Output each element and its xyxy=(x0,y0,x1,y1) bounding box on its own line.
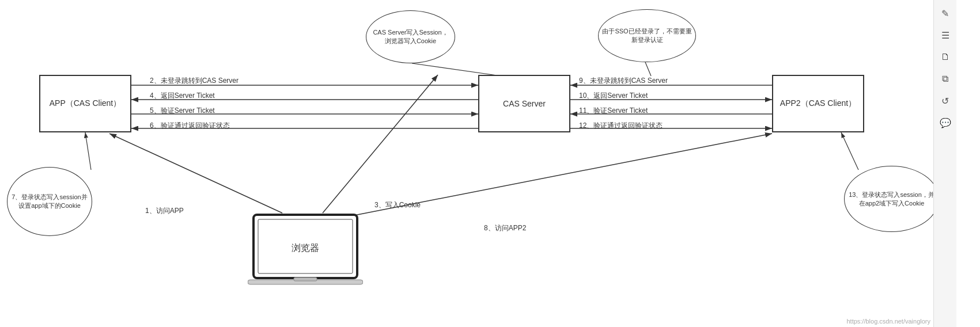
history-icon[interactable]: ↺ xyxy=(938,93,953,108)
page-icon[interactable]: 🗋 xyxy=(938,50,953,64)
browser-icon: 浏览器 xyxy=(248,212,363,287)
cas-box: CAS Server xyxy=(478,75,570,132)
app-box: APP（CAS Client） xyxy=(39,75,131,132)
arrow-label-11: 11、验证Server Ticket xyxy=(579,106,648,116)
browser-box: 浏览器 xyxy=(242,212,369,304)
edit-icon[interactable]: ✎ xyxy=(938,6,953,21)
arrow-label-2: 2、未登录跳转到CAS Server xyxy=(150,76,239,86)
app2-bubble-text: 13、登录状态写入session，并在app2域下写入Cookie xyxy=(848,191,935,208)
arrows-svg xyxy=(0,0,956,327)
diagram-container: APP（CAS Client） CAS Server APP2（CAS Clie… xyxy=(0,0,956,327)
copy-icon[interactable]: ⧉ xyxy=(938,71,953,86)
svg-text:浏览器: 浏览器 xyxy=(292,243,319,253)
arrow-label-5: 5、验证Server Ticket xyxy=(150,106,215,116)
svg-line-11 xyxy=(645,62,651,76)
app2-bubble: 13、登录状态写入session，并在app2域下写入Cookie xyxy=(844,166,939,232)
sidebar: ✎ ☰ 🗋 ⧉ ↺ 💬 xyxy=(933,0,956,327)
arrow-label-9: 9、未登录跳转到CAS Server xyxy=(579,76,668,86)
arrow-label-10: 10、返回Server Ticket xyxy=(579,91,648,101)
sso-bubble: 由于SSO已经登录了，不需要重新登录认证 xyxy=(598,9,696,62)
sso-bubble-text: 由于SSO已经登录了，不需要重新登录认证 xyxy=(602,27,692,44)
url-bar: https://blog.csdn.net/vainglory xyxy=(846,318,930,325)
arrow-label-8: 8、访问APP2 xyxy=(484,223,526,233)
svg-rect-21 xyxy=(294,277,317,281)
app-label: APP（CAS Client） xyxy=(50,98,121,109)
cas-bubble: CAS Server写入Session，浏览器写入Cookie xyxy=(366,10,455,63)
cas-label: CAS Server xyxy=(503,99,546,108)
comment-icon[interactable]: 💬 xyxy=(938,115,953,130)
svg-line-16 xyxy=(841,132,858,170)
svg-line-15 xyxy=(85,132,91,170)
app2-box: APP2（CAS Client） xyxy=(772,75,864,132)
arrow-label-12: 12、验证通过返回验证状态 xyxy=(579,121,663,131)
cas-bubble-text: CAS Server写入Session，浏览器写入Cookie xyxy=(370,28,451,45)
svg-line-12 xyxy=(109,134,282,213)
arrow-label-1: 1、访问APP xyxy=(145,206,184,216)
arrow-label-3: 3、写入Cookie xyxy=(374,200,421,210)
arrow-label-6: 6、验证通过返回验证状态 xyxy=(150,121,230,131)
app-bubble-text: 7、登录状态写入session并设置app域下的Cookie xyxy=(11,193,88,210)
app2-label: APP2（CAS Client） xyxy=(780,98,856,109)
app-bubble: 7、登录状态写入session并设置app域下的Cookie xyxy=(7,167,92,236)
svg-line-10 xyxy=(412,63,501,76)
arrow-label-4: 4、返回Server Ticket xyxy=(150,91,215,101)
menu-icon[interactable]: ☰ xyxy=(938,28,953,43)
svg-line-13 xyxy=(323,75,438,213)
